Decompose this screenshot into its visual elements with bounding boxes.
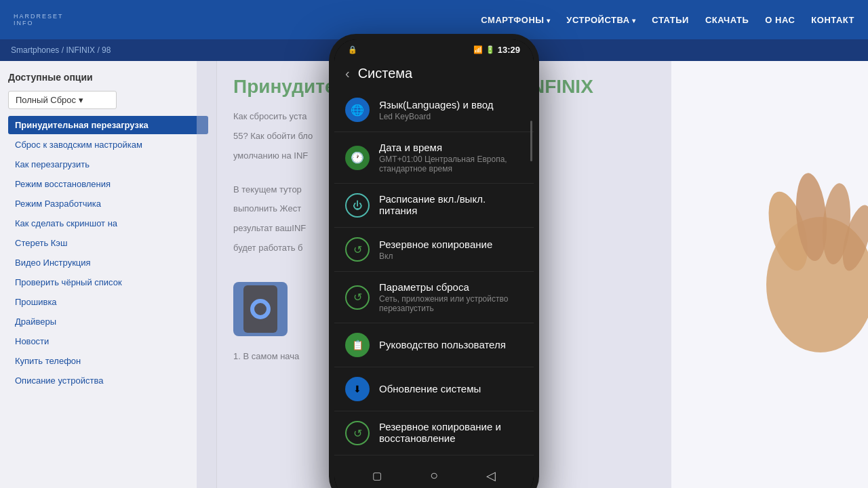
settings-header: ‹ Система bbox=[334, 58, 534, 88]
reset-subtitle: Сеть, приложения или устройство перезапу… bbox=[379, 294, 523, 313]
language-icon: 🌐 bbox=[345, 98, 370, 122]
site-logo: HARDRESET INFO bbox=[14, 13, 64, 26]
settings-list: 🌐 Язык(Languages) и ввод Led KeyBoard 🕐 … bbox=[334, 88, 534, 455]
nav-articles[interactable]: СТАТЬИ bbox=[652, 15, 689, 25]
reset-title: Параметры сброса bbox=[379, 281, 523, 293]
backup-restore-title: Резервное копирование и восстановление bbox=[379, 421, 523, 444]
reset-icon: ↺ bbox=[345, 285, 370, 310]
sidebar-item[interactable]: Купить телефон bbox=[8, 352, 208, 370]
datetime-title: Дата и время bbox=[379, 142, 523, 153]
sidebar-item[interactable]: Драйверы bbox=[8, 312, 208, 331]
datetime-icon: 🕐 bbox=[345, 146, 370, 170]
nav-smartphones[interactable]: СМАРТФОНЫ bbox=[481, 15, 550, 25]
back-nav-button[interactable]: ◁ bbox=[481, 466, 501, 486]
battery-icon: 🔋 bbox=[486, 45, 495, 54]
user-guide-title: Руководство пользователя bbox=[379, 339, 523, 350]
system-update-icon: ⬇ bbox=[345, 377, 370, 401]
sidebar-item[interactable]: Проверить чёрный список bbox=[8, 273, 208, 291]
sidebar-item[interactable]: Сброс к заводским настройкам bbox=[8, 136, 208, 154]
power-schedule-title: Расписание вкл./выкл. питания bbox=[379, 193, 523, 216]
lock-icon: 🔒 bbox=[348, 45, 357, 54]
sidebar-item[interactable]: Принудительная перезагрузка bbox=[8, 116, 208, 134]
phone-outer-frame: 🔒 📶 🔋 13:29 ‹ Система bbox=[329, 34, 539, 488]
settings-item-system-update[interactable]: ⬇ Обновление системы bbox=[334, 367, 534, 411]
settings-item-datetime[interactable]: 🕐 Дата и время GMT+01:00 Центральная Евр… bbox=[334, 132, 534, 184]
settings-item-reset[interactable]: ↺ Параметры сброса Сеть, приложения или … bbox=[334, 272, 534, 323]
status-bar: 🔒 📶 🔋 13:29 bbox=[334, 39, 534, 58]
nav-links: СМАРТФОНЫ УСТРОЙСТВА СТАТЬИ СКАЧАТЬ О НА… bbox=[481, 15, 854, 25]
sidebar-item[interactable]: Режим восстановления bbox=[8, 175, 208, 193]
scroll-indicator bbox=[530, 121, 532, 161]
settings-item-language[interactable]: 🌐 Язык(Languages) и ввод Led KeyBoard bbox=[334, 88, 534, 132]
screen-title: Система bbox=[358, 66, 413, 81]
sidebar: Доступные опции Полный Сброс ▾ Принудите… bbox=[0, 61, 217, 488]
sidebar-item[interactable]: Новости bbox=[8, 332, 208, 350]
power-schedule-icon: ⏻ bbox=[345, 193, 370, 218]
phone-mockup: 🔒 📶 🔋 13:29 ‹ Система bbox=[329, 34, 539, 488]
sidebar-item[interactable]: Стереть Кэш bbox=[8, 234, 208, 252]
backup-title: Резервное копирование bbox=[379, 239, 523, 250]
nav-about[interactable]: О НАС bbox=[765, 15, 795, 25]
breadcrumb: Smartphones / INFINIX / 98 bbox=[11, 45, 111, 55]
datetime-subtitle: GMT+01:00 Центральная Европа, стандартно… bbox=[379, 155, 523, 174]
home-circle-button[interactable]: ○ bbox=[425, 465, 443, 486]
user-guide-icon: 📋 bbox=[345, 333, 370, 357]
phone-navbar: ▢ ○ ◁ bbox=[334, 455, 534, 488]
back-button[interactable]: ‹ bbox=[345, 66, 350, 81]
sidebar-title: Доступные опции bbox=[8, 72, 208, 83]
language-subtitle: Led KeyBoard bbox=[379, 112, 523, 121]
sidebar-item[interactable]: Как сделать скриншот на bbox=[8, 214, 208, 232]
backup-restore-icon: ↺ bbox=[345, 421, 370, 445]
sidebar-item[interactable]: Прошивка bbox=[8, 293, 208, 311]
nav-contact[interactable]: КОНТАКТ bbox=[811, 15, 854, 25]
wifi-icon: 📶 bbox=[473, 45, 483, 54]
sidebar-item[interactable]: Видео Инструкция bbox=[8, 253, 208, 272]
sidebar-item[interactable]: Режим Разработчика bbox=[8, 195, 208, 213]
nav-download[interactable]: СКАЧАТЬ bbox=[705, 15, 749, 25]
backup-subtitle: Вкл bbox=[379, 251, 523, 261]
phone-screen: 🔒 📶 🔋 13:29 ‹ Система bbox=[334, 39, 534, 488]
status-time: 13:29 bbox=[498, 45, 520, 55]
status-right: 📶 🔋 13:29 bbox=[473, 45, 520, 55]
sidebar-item[interactable]: Как перезагрузить bbox=[8, 155, 208, 174]
settings-item-backup-restore[interactable]: ↺ Резервное копирование и восстановление bbox=[334, 411, 534, 455]
phone-inner-frame: 🔒 📶 🔋 13:29 ‹ Система bbox=[334, 39, 534, 488]
nav-devices[interactable]: УСТРОЙСТВА bbox=[566, 15, 635, 25]
settings-item-power-schedule[interactable]: ⏻ Расписание вкл./выкл. питания bbox=[334, 184, 534, 228]
language-title: Язык(Languages) и ввод bbox=[379, 99, 523, 110]
settings-item-backup[interactable]: ↺ Резервное копирование Вкл bbox=[334, 228, 534, 272]
sidebar-item[interactable]: Описание устройства bbox=[8, 371, 208, 390]
home-square-button[interactable]: ▢ bbox=[367, 467, 387, 485]
system-update-title: Обновление системы bbox=[379, 383, 523, 394]
status-left: 🔒 bbox=[348, 45, 357, 54]
sidebar-category-dropdown[interactable]: Полный Сброс ▾ bbox=[8, 91, 117, 109]
settings-item-user-guide[interactable]: 📋 Руководство пользователя bbox=[334, 323, 534, 367]
backup-icon: ↺ bbox=[345, 237, 370, 262]
